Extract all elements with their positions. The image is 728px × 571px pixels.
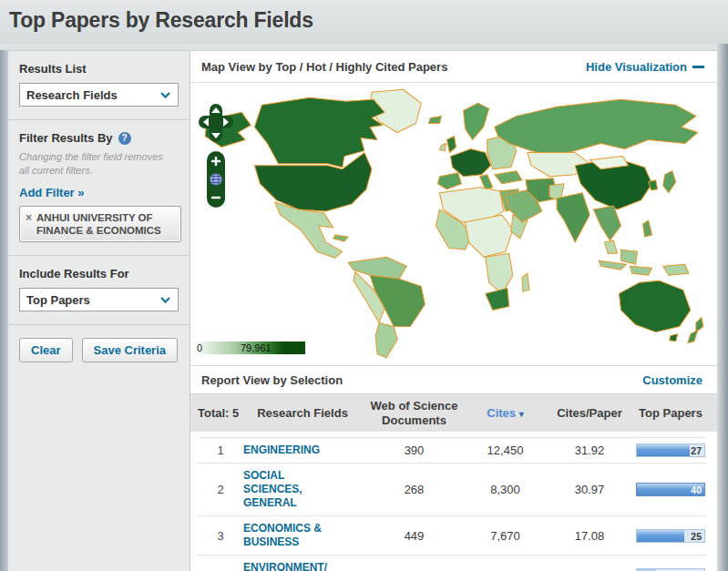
page-header: Top Papers by Research Fields (0, 0, 728, 44)
active-filter-chip[interactable]: × ANHUI UNIVERSITY OF FINANCE & ECONOMIC… (19, 206, 181, 243)
column-header-top-papers[interactable]: Top Papers (635, 406, 706, 421)
results-list-section: Results List Research Fields (8, 51, 190, 119)
top-papers-bar: 25 (636, 529, 705, 543)
country-ireland (439, 144, 446, 151)
table-row: 4 ENVIRONMENT/ ECOLOGY 285 7,526 26.41 1… (198, 555, 706, 571)
region-southeast-africa (486, 253, 513, 293)
country-japan (663, 171, 676, 193)
region-iberia (437, 173, 461, 189)
docs-value: 390 (362, 444, 467, 457)
customize-link[interactable]: Customize (642, 373, 702, 387)
add-filter-link[interactable]: Add Filter » (19, 186, 85, 199)
top-papers-value: 25 (691, 531, 702, 542)
sort-descending-icon: ▾ (519, 409, 524, 419)
map-zoom-control[interactable] (206, 150, 226, 209)
country-india (557, 193, 590, 242)
country-new-zealand-south (688, 331, 698, 343)
map-section-header: Map View by Top / Hot / Highly Cited Pap… (190, 51, 717, 83)
country-mexico (274, 202, 342, 258)
include-results-select[interactable]: Top Papers (19, 288, 179, 311)
top-papers-bar-fill (637, 444, 690, 456)
save-criteria-button[interactable]: Save Criteria (82, 338, 179, 362)
table-header-row: Total: 5 Research Fields Web of Science … (190, 393, 717, 432)
table-row: 2 SOCIAL SCIENCES, GENERAL 268 8,300 30.… (198, 463, 706, 515)
world-map-choropleth[interactable] (190, 83, 717, 365)
country-south-africa (486, 288, 509, 310)
top-papers-bar: 40 (636, 483, 705, 496)
map-view-title: Map View by Top / Hot / Highly Cited Pap… (201, 60, 447, 74)
row-rank: 3 (198, 529, 243, 543)
country-philippines (643, 220, 652, 237)
include-results-selected-value: Top Papers (26, 293, 90, 307)
country-australia (619, 280, 690, 331)
country-united-kingdom (446, 136, 456, 152)
column-header-cites-per-paper[interactable]: Cites/Paper (544, 406, 635, 421)
region-malaysia (604, 240, 617, 253)
sidebar-buttons: Clear Save Criteria (8, 325, 190, 375)
country-cuba (333, 235, 348, 241)
country-indonesia-east (631, 266, 652, 275)
country-borneo (620, 250, 637, 264)
docs-value: 449 (362, 529, 467, 543)
chevron-down-icon (159, 291, 171, 308)
filter-results-by-label: Filter Results By (19, 131, 113, 145)
field-link[interactable]: ENVIRONMENT/ ECOLOGY (243, 561, 362, 571)
results-list-label: Results List (19, 62, 179, 76)
total-label: Total: 5 (198, 406, 243, 421)
filter-note-text: Changing the filter field removes all cu… (19, 150, 174, 178)
report-view-title: Report View by Selection (201, 373, 343, 387)
field-link[interactable]: ECONOMICS & BUSINESS (243, 522, 362, 549)
country-madagascar (522, 273, 529, 291)
cites-value: 12,450 (467, 444, 544, 457)
collapse-icon (692, 66, 704, 68)
results-list-select[interactable]: Research Fields (19, 83, 179, 107)
filter-section: Filter Results By ? Changing the filter … (8, 120, 190, 255)
region-indochina (593, 206, 620, 240)
clear-button[interactable]: Clear (19, 338, 73, 362)
column-header-research-fields: Research Fields (243, 406, 362, 421)
main-panel: Map View by Top / Hot / Highly Cited Pap… (190, 50, 717, 571)
page-title: Top Papers by Research Fields (9, 8, 728, 33)
cites-value: 7,670 (467, 529, 544, 543)
table-row: 3 ECONOMICS & BUSINESS 449 7,670 17.08 2… (198, 515, 706, 555)
map-pan-control[interactable] (198, 103, 234, 143)
legend-min-value: 0 (197, 342, 202, 353)
hide-visualization-link[interactable]: Hide Visualization (586, 60, 704, 74)
active-filter-label: ANHUI UNIVERSITY OF FINANCE & ECONOMICS (36, 211, 173, 238)
region-scandinavia (464, 103, 489, 139)
region-central-africa (466, 215, 513, 257)
table-body: 1 ENGINEERING 390 12,450 31.92 27 2 SOCI… (190, 432, 717, 571)
country-russia (495, 99, 698, 156)
remove-filter-icon[interactable]: × (26, 212, 32, 223)
legend-max-value: 79,961 (241, 342, 272, 353)
field-link[interactable]: SOCIAL SCIENCES, GENERAL (243, 469, 362, 510)
window-left-edge (0, 50, 7, 571)
column-header-cites[interactable]: Cites ▾ (467, 406, 544, 421)
cites-value: 8,300 (467, 483, 544, 496)
include-results-label: Include Results For (19, 267, 179, 280)
map-color-legend: 0 79,961 (193, 342, 305, 354)
include-results-section: Include Results For Top Papers (8, 256, 190, 324)
country-south-korea (649, 180, 658, 190)
country-argentina (375, 323, 397, 358)
map-area: 0 79,961 (190, 83, 717, 365)
content-area: Results List Research Fields Filter Resu… (7, 50, 717, 571)
top-papers-bar-fill (637, 530, 684, 542)
column-header-documents[interactable]: Web of Science Documents (362, 399, 467, 427)
globe-icon (210, 174, 222, 186)
row-rank: 1 (198, 444, 243, 457)
field-link[interactable]: ENGINEERING (243, 444, 362, 457)
chevron-down-icon (159, 87, 171, 103)
help-icon[interactable]: ? (118, 132, 131, 145)
country-new-zealand-north (696, 318, 703, 332)
country-iceland (428, 116, 441, 123)
country-new-guinea (663, 264, 689, 275)
top-papers-value: 40 (691, 484, 702, 495)
hide-visualization-label: Hide Visualization (586, 60, 687, 74)
window-right-edge (717, 44, 728, 571)
country-indonesia (599, 260, 626, 270)
cites-per-paper-value: 17.08 (544, 529, 635, 543)
cites-per-paper-value: 31.92 (544, 444, 635, 457)
region-western-europe (450, 149, 490, 177)
country-italy (480, 175, 493, 189)
